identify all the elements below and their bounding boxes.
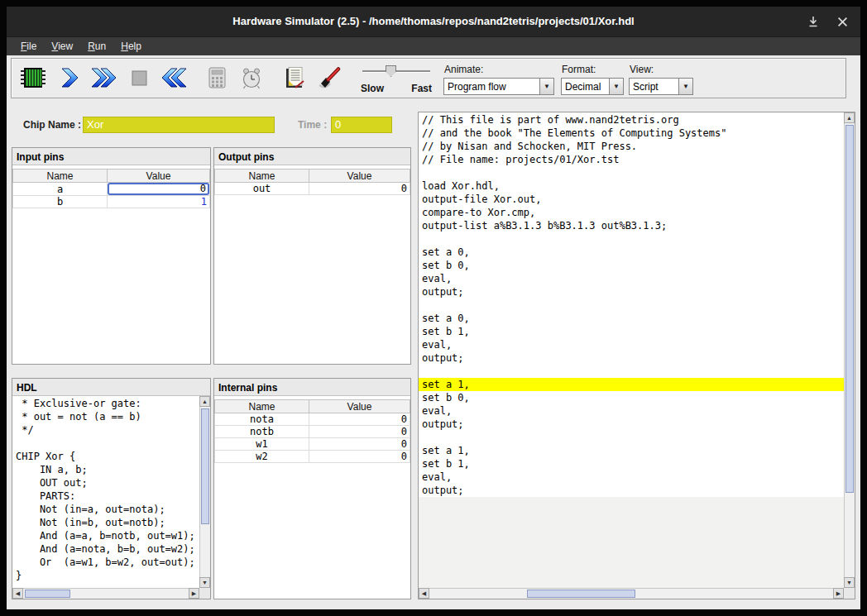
code-line: And (a=nota, b=b, out=w2); bbox=[12, 542, 199, 556]
brush-icon[interactable] bbox=[314, 62, 344, 93]
chip-name-value: Xor bbox=[87, 118, 103, 131]
time-value: 0 bbox=[335, 118, 341, 131]
scroll-down-button[interactable]: ▼ bbox=[844, 577, 855, 588]
input-pins-title: Input pins bbox=[12, 148, 210, 165]
format-select[interactable]: Decimal ▼ bbox=[561, 78, 624, 95]
minimize-icon[interactable] bbox=[807, 15, 820, 28]
chevron-down-icon: ▼ bbox=[539, 79, 553, 94]
window: Hardware Simulator (2.5) - /home/thomas/… bbox=[7, 7, 860, 609]
window-controls bbox=[807, 7, 849, 36]
internal-pins-panel: Internal pins NameValuenota0notb0w10w20 bbox=[213, 378, 411, 599]
hdl-horizontal-scrollbar[interactable]: ◀ ▶ bbox=[12, 588, 199, 599]
view-value: Script bbox=[630, 81, 678, 93]
view-select[interactable]: Script ▼ bbox=[629, 78, 693, 95]
hdl-vertical-scrollbar[interactable]: ▲ ▼ bbox=[199, 396, 210, 588]
column-header: Name bbox=[215, 170, 309, 183]
script-horizontal-scrollbar[interactable]: ◀ ▶ bbox=[419, 588, 844, 599]
code-line: output; bbox=[419, 285, 844, 298]
focused-cell-editor[interactable]: 0 bbox=[108, 183, 209, 195]
scroll-left-button[interactable]: ◀ bbox=[12, 588, 23, 599]
code-line: CHIP Xor { bbox=[12, 450, 199, 463]
internal-pins-table: NameValuenota0notb0w10w20 bbox=[214, 399, 410, 463]
output-pins-panel: Output pins NameValueout0 bbox=[213, 147, 411, 365]
menu-run[interactable]: Run bbox=[80, 38, 113, 55]
scroll-up-button[interactable]: ▲ bbox=[844, 112, 855, 123]
view-label: View: bbox=[630, 64, 693, 75]
pin-name-cell: out bbox=[215, 183, 309, 195]
script-vertical-scrollbar[interactable]: ▲ ▼ bbox=[844, 112, 855, 588]
pin-row: w10 bbox=[215, 438, 410, 451]
code-line: eval, bbox=[419, 272, 844, 285]
pin-value-cell[interactable]: 0 bbox=[108, 183, 210, 196]
pin-row: b1 bbox=[13, 196, 210, 208]
pin-value-cell[interactable]: 0 bbox=[309, 413, 410, 426]
slider-thumb[interactable] bbox=[386, 65, 396, 77]
code-line: // File name: projects/01/Xor.tst bbox=[419, 153, 844, 166]
pin-name-cell: nota bbox=[215, 413, 309, 426]
animate-select[interactable]: Program flow ▼ bbox=[443, 78, 554, 95]
clock-icon[interactable] bbox=[237, 62, 266, 93]
code-line: Or (a=w1, b=w2, out=out); bbox=[12, 556, 199, 569]
code-line: */ bbox=[12, 423, 199, 437]
speed-slider: Slow Fast bbox=[361, 64, 432, 94]
code-line: eval, bbox=[419, 338, 844, 351]
close-icon[interactable] bbox=[836, 15, 849, 28]
script-view: // This file is part of www.nand2tetris.… bbox=[419, 112, 844, 588]
script-panel: // This file is part of www.nand2tetris.… bbox=[418, 112, 855, 599]
pin-value-cell[interactable]: 0 bbox=[309, 183, 410, 195]
scroll-right-button[interactable]: ▶ bbox=[833, 588, 844, 599]
pin-row: notb0 bbox=[215, 426, 410, 438]
pin-row: w20 bbox=[215, 451, 410, 463]
pin-name-cell: w2 bbox=[215, 451, 309, 463]
code-line: Not (in=b, out=notb); bbox=[12, 516, 199, 529]
code-line: set b 0, bbox=[419, 391, 844, 404]
format-value: Decimal bbox=[562, 81, 609, 93]
pin-value-cell[interactable]: 1 bbox=[108, 196, 210, 208]
scroll-down-button[interactable]: ▼ bbox=[199, 577, 210, 588]
column-header: Name bbox=[13, 170, 108, 183]
slider-track[interactable] bbox=[362, 70, 430, 72]
scrollbar-thumb[interactable] bbox=[201, 408, 209, 524]
menu-view[interactable]: View bbox=[44, 38, 80, 55]
code-line: output; bbox=[419, 418, 844, 431]
code-line bbox=[12, 437, 199, 450]
scroll-left-button[interactable]: ◀ bbox=[419, 588, 429, 599]
output-pins-title: Output pins bbox=[214, 148, 410, 165]
pin-value-cell[interactable]: 0 bbox=[309, 438, 410, 451]
chip-name-field[interactable]: Xor bbox=[83, 117, 275, 133]
code-line: * Exclusive-or gate: bbox=[12, 397, 199, 410]
scrollbar-corner bbox=[844, 588, 855, 599]
chip-icon[interactable] bbox=[18, 62, 48, 93]
script-book-icon[interactable] bbox=[280, 62, 309, 93]
time-field: 0 bbox=[331, 117, 392, 133]
code-line: IN a, b; bbox=[12, 463, 199, 476]
code-line: OUT out; bbox=[12, 476, 199, 489]
scrollbar-thumb[interactable] bbox=[845, 125, 854, 493]
code-line: // and the book "The Elements of Computi… bbox=[419, 127, 844, 140]
stop-icon[interactable] bbox=[124, 62, 154, 93]
code-line bbox=[419, 232, 844, 246]
output-pins-table: NameValueout0 bbox=[214, 169, 410, 195]
pin-value-cell[interactable]: 0 bbox=[309, 451, 410, 463]
scroll-up-button[interactable]: ▲ bbox=[199, 396, 210, 407]
code-line: // This file is part of www.nand2tetris.… bbox=[419, 113, 844, 127]
scroll-right-button[interactable]: ▶ bbox=[189, 588, 199, 599]
scrollbar-thumb[interactable] bbox=[527, 590, 635, 598]
input-pins-panel: Input pins NameValuea0b1 bbox=[12, 147, 211, 365]
animate-value: Program flow bbox=[444, 81, 539, 93]
rewind-icon[interactable] bbox=[159, 62, 189, 93]
code-line bbox=[419, 431, 844, 444]
calculator-icon[interactable] bbox=[202, 62, 232, 93]
menu-help[interactable]: Help bbox=[113, 38, 149, 55]
single-step-icon[interactable] bbox=[55, 62, 84, 93]
menubar: FileViewRunHelp bbox=[7, 36, 860, 55]
column-header: Value bbox=[309, 400, 410, 413]
scrollbar-thumb[interactable] bbox=[25, 590, 70, 598]
run-icon[interactable] bbox=[89, 62, 119, 93]
pin-value-cell[interactable]: 0 bbox=[309, 426, 410, 438]
menu-file[interactable]: File bbox=[13, 38, 44, 55]
code-line: output; bbox=[419, 351, 844, 365]
code-line: eval, bbox=[419, 404, 844, 418]
chip-name-label: Chip Name : bbox=[23, 119, 81, 131]
code-line: Not (in=a, out=nota); bbox=[12, 503, 199, 516]
